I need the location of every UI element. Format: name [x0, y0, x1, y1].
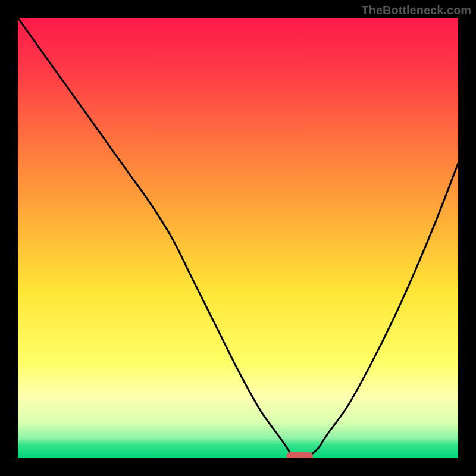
- optimal-marker: [286, 452, 312, 458]
- attribution-label: TheBottleneck.com: [362, 4, 471, 17]
- heatmap-background: [18, 18, 458, 458]
- plot-area: [18, 18, 458, 458]
- chart-frame: TheBottleneck.com: [0, 0, 476, 476]
- chart-svg: [18, 18, 458, 458]
